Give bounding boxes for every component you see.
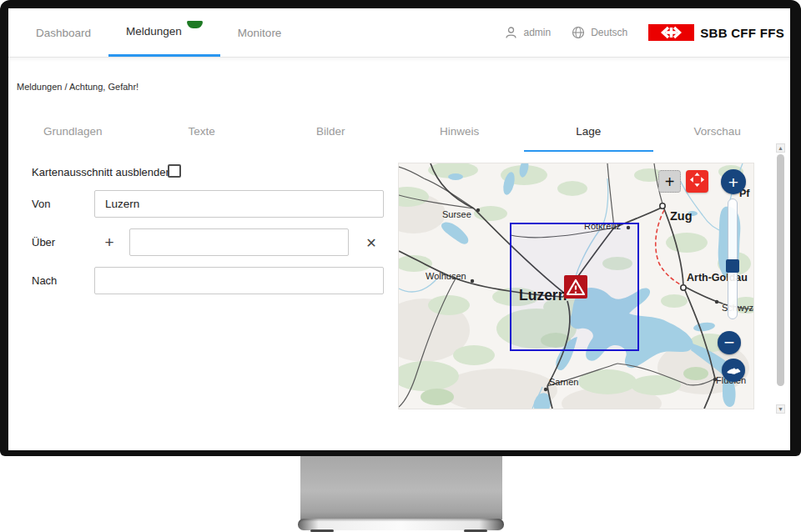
tab-hinweis[interactable]: Hinweis [395,118,525,152]
von-label: Von [32,198,50,210]
monitor-base [298,519,504,530]
tab-grundlagen[interactable]: Grundlagen [8,118,138,152]
map-label-arth-goldau: Arth-Goldau [687,272,748,284]
move-arrows-icon [688,170,707,193]
tab-bilder[interactable]: Bilder [266,118,395,152]
user-icon [505,26,517,39]
map-label-zug: Zug [670,209,693,223]
switzerland-extent-button[interactable] [722,359,745,382]
nav-item-label: Meldungen [126,25,182,38]
add-via-button[interactable]: + [100,234,118,251]
map-label-wolhusen: Wolhusen [426,271,466,281]
ueber-label: Über [32,236,55,248]
nav-item-meldungen[interactable]: Meldungen [108,8,220,57]
ueber-input[interactable] [129,228,349,256]
language-label: Deutsch [591,27,627,38]
map-label-sarnen: Sarnen [549,377,578,387]
scroll-down-button[interactable]: ▼ [776,404,785,414]
notification-badge [187,21,203,28]
monitor-stand [300,456,502,519]
minus-glyph: − [724,334,735,352]
main-nav: Dashboard Meldungen Monitore [18,8,299,57]
overview-plus-button[interactable]: + [658,170,681,193]
zoom-in-button[interactable]: + [721,169,746,194]
map-canvas[interactable]: Sursee Wolhusen Rotkreuz Zug Luzern Arth… [399,163,753,409]
clear-via-button[interactable]: ✕ [362,235,380,252]
scroll-up-button[interactable]: ▲ [776,143,785,153]
user-menu[interactable]: admin [505,26,551,39]
zoom-out-button[interactable]: − [718,331,741,354]
app-screen: Dashboard Meldungen Monitore admin [8,8,790,450]
breadcrumb: Meldungen / Achtung, Gefahr! [17,82,139,92]
basemap: Sursee Wolhusen Rotkreuz Zug Luzern Arth… [399,163,753,409]
nav-item-dashboard[interactable]: Dashboard [18,8,108,57]
vertical-scrollbar[interactable]: ▲ ▼ [776,143,785,420]
warning-marker-icon[interactable] [564,275,587,299]
hide-map-label: Kartenausschnitt ausblenden [32,166,172,178]
nach-input[interactable] [94,267,384,294]
zoom-slider-handle[interactable] [726,259,739,273]
plus-glyph: + [665,173,675,190]
switzerland-icon [726,362,742,379]
tab-texte[interactable]: Texte [138,118,267,152]
globe-icon [572,26,585,39]
von-input[interactable] [94,190,384,218]
nav-item-label: Dashboard [36,27,91,39]
nav-utilities: admin Deutsch [505,8,784,57]
tab-bar: Grundlagen Texte Bilder Hinweis Lage Vor… [8,118,782,152]
user-name: admin [523,27,551,38]
page: Dashboard Meldungen Monitore admin [0,0,801,532]
nach-label: Nach [32,274,57,287]
brand-text: SBB CFF FFS [700,26,784,40]
scrollbar-thumb[interactable] [777,154,784,386]
map-label-sursee: Sursee [442,209,471,219]
nav-item-label: Monitore [238,27,282,39]
hide-map-checkbox[interactable] [168,164,181,178]
sbb-logo-icon [648,24,694,41]
top-navbar: Dashboard Meldungen Monitore admin [8,8,790,57]
tab-lage[interactable]: Lage [524,118,653,152]
language-menu[interactable]: Deutsch [572,26,627,39]
nav-item-monitore[interactable]: Monitore [220,8,300,57]
plus-glyph: + [728,173,738,191]
brand: SBB CFF FFS [648,24,784,41]
zoom-slider[interactable] [728,198,738,319]
tab-vorschau[interactable]: Vorschau [653,118,783,152]
pan-mode-button[interactable] [686,170,708,193]
